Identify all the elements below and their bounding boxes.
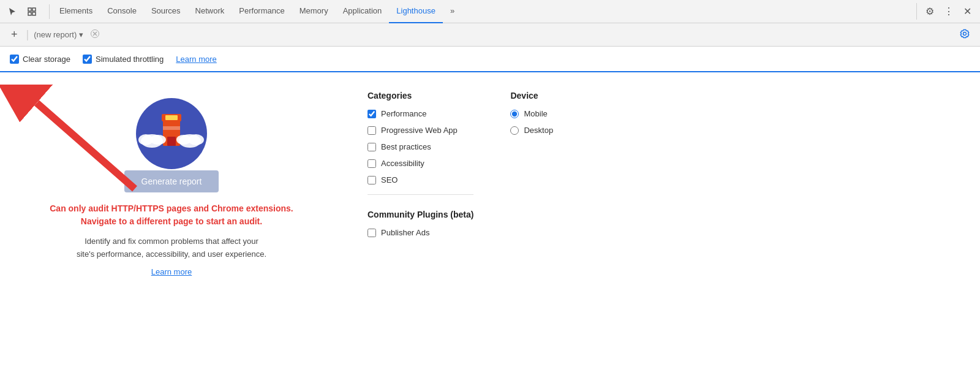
category-seo[interactable]: SEO <box>368 175 473 184</box>
tab-lighthouse[interactable]: Lighthouse <box>389 0 443 23</box>
lighthouse-logo <box>135 97 208 170</box>
svg-rect-0 <box>28 8 31 11</box>
tab-sources[interactable]: Sources <box>144 0 188 23</box>
report-bar: + | (new report) ▾ <box>0 23 980 47</box>
left-panel: Generate report Can only audit HTTP/HTTP… <box>0 85 343 360</box>
cursor-tool-button[interactable] <box>5 4 20 19</box>
seo-checkbox[interactable] <box>368 176 376 184</box>
main-content: Generate report Can only audit HTTP/HTTP… <box>0 72 980 372</box>
svg-line-8 <box>37 103 135 189</box>
svg-point-20 <box>188 134 204 145</box>
device-mobile[interactable]: Mobile <box>510 109 553 118</box>
devtools-nav: Elements Console Sources Network Perform… <box>0 0 980 23</box>
accessibility-label: Accessibility <box>381 159 424 168</box>
accessibility-checkbox[interactable] <box>368 159 376 168</box>
error-message: Can only audit HTTP/HTTPS pages and Chro… <box>50 202 293 228</box>
error-line1: Can only audit HTTP/HTTPS pages and Chro… <box>50 202 293 215</box>
tab-network[interactable]: Network <box>188 0 232 23</box>
tab-application[interactable]: Application <box>336 0 390 23</box>
pwa-label: Progressive Web App <box>381 126 458 135</box>
add-report-button[interactable]: + <box>7 27 21 42</box>
error-line2: Navigate to a different page to start an… <box>50 215 293 228</box>
categories-column: Categories Performance Progressive Web A… <box>368 91 473 354</box>
mobile-label: Mobile <box>524 109 547 118</box>
category-pwa[interactable]: Progressive Web App <box>368 126 473 135</box>
right-panel: Categories Performance Progressive Web A… <box>343 85 980 360</box>
tab-memory[interactable]: Memory <box>292 0 336 23</box>
tab-console[interactable]: Console <box>100 0 144 23</box>
svg-rect-12 <box>165 115 178 120</box>
best-practices-label: Best practices <box>381 142 431 151</box>
tab-elements[interactable]: Elements <box>52 0 100 23</box>
svg-rect-13 <box>163 126 180 130</box>
device-column: Device Mobile Desktop <box>510 91 553 354</box>
seo-label: SEO <box>381 175 398 184</box>
svg-rect-1 <box>32 8 36 11</box>
options-bar: Clear storage Simulated throttling Learn… <box>0 47 980 72</box>
close-devtools-button[interactable]: ✕ <box>960 3 975 20</box>
pwa-checkbox[interactable] <box>368 126 376 135</box>
svg-rect-14 <box>167 137 176 146</box>
device-desktop[interactable]: Desktop <box>510 126 553 135</box>
simulated-throttling-checkbox[interactable] <box>83 55 92 64</box>
performance-label: Performance <box>381 109 426 118</box>
report-bar-separator: | <box>26 28 29 41</box>
nav-tool-icons <box>5 4 50 19</box>
category-performance[interactable]: Performance <box>368 109 473 118</box>
performance-checkbox[interactable] <box>368 110 376 118</box>
svg-rect-2 <box>28 12 31 15</box>
more-options-button[interactable]: ⋮ <box>940 3 957 20</box>
device-title: Device <box>510 91 553 101</box>
svg-point-17 <box>150 135 166 145</box>
categories-title: Categories <box>368 91 473 101</box>
community-publisher-ads[interactable]: Publisher Ads <box>368 228 473 237</box>
settings-button[interactable]: ⚙ <box>922 3 938 20</box>
publisher-ads-checkbox[interactable] <box>368 229 376 237</box>
category-best-practices[interactable]: Best practices <box>368 142 473 151</box>
desktop-radio[interactable] <box>510 126 519 135</box>
new-report-label: (new report) <box>34 30 77 39</box>
options-learn-more-link[interactable]: Learn more <box>176 55 216 64</box>
desktop-label: Desktop <box>524 126 553 135</box>
community-section: Community Plugins (beta) Publisher Ads <box>368 210 473 237</box>
svg-rect-3 <box>32 12 36 15</box>
nav-right-icons: ⚙ ⋮ ✕ <box>916 3 975 20</box>
community-title: Community Plugins (beta) <box>368 210 473 219</box>
categories-divider <box>368 194 473 195</box>
inspect-element-button[interactable] <box>24 4 39 19</box>
clear-storage-label: Clear storage <box>23 55 70 64</box>
dropdown-icon[interactable]: ▾ <box>79 30 83 39</box>
main-learn-more-link[interactable]: Learn more <box>151 267 192 276</box>
publisher-ads-label: Publisher Ads <box>381 228 430 237</box>
simulated-throttling-label: Simulated throttling <box>96 55 164 64</box>
tab-performance[interactable]: Performance <box>232 0 292 23</box>
clear-storage-checkbox[interactable] <box>10 55 19 64</box>
report-selector: (new report) ▾ <box>34 30 83 39</box>
category-accessibility[interactable]: Accessibility <box>368 159 473 168</box>
best-practices-checkbox[interactable] <box>368 143 376 151</box>
simulated-throttling-option[interactable]: Simulated throttling <box>83 55 164 64</box>
tab-more[interactable]: » <box>443 0 462 23</box>
cancel-report-button[interactable] <box>88 28 102 41</box>
clear-storage-option[interactable]: Clear storage <box>10 55 70 64</box>
generate-report-button[interactable]: Generate report <box>124 170 219 192</box>
lighthouse-settings-button[interactable] <box>957 26 973 44</box>
mobile-radio[interactable] <box>510 110 519 118</box>
description-text: Identify and fix common problems that af… <box>77 235 266 261</box>
